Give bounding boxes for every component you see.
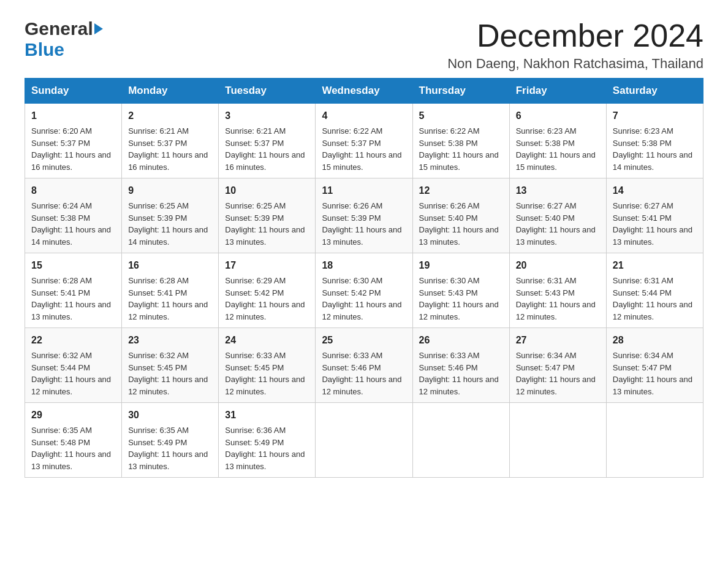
daylight-label: Daylight: 11 hours and 16 minutes. [31,150,111,172]
calendar-cell: 4 Sunrise: 6:22 AM Sunset: 5:37 PM Dayli… [316,104,412,178]
day-number: 12 [419,183,503,198]
daylight-label: Daylight: 11 hours and 16 minutes. [225,150,305,172]
calendar-cell: 19 Sunrise: 6:30 AM Sunset: 5:43 PM Dayl… [412,253,509,328]
sunset-label: Sunset: 5:46 PM [419,363,478,372]
day-number: 19 [419,258,503,273]
calendar-week-row: 15 Sunrise: 6:28 AM Sunset: 5:41 PM Dayl… [25,253,703,328]
page-header: General Blue December 2024 Non Daeng, Na… [25,18,703,72]
calendar-cell: 8 Sunrise: 6:24 AM Sunset: 5:38 PM Dayli… [25,178,122,253]
sunrise-label: Sunrise: 6:23 AM [613,126,673,136]
day-number: 11 [322,183,406,198]
daylight-label: Daylight: 11 hours and 15 minutes. [322,150,401,172]
daylight-label: Daylight: 11 hours and 13 minutes. [225,450,305,471]
daylight-label: Daylight: 11 hours and 14 minutes. [31,225,111,247]
calendar-cell: 1 Sunrise: 6:20 AM Sunset: 5:37 PM Dayli… [25,104,122,178]
daylight-label: Daylight: 11 hours and 13 minutes. [613,225,692,247]
day-number: 26 [419,333,503,348]
calendar-cell: 10 Sunrise: 6:25 AM Sunset: 5:39 PM Dayl… [219,178,316,253]
calendar-cell: 20 Sunrise: 6:31 AM Sunset: 5:43 PM Dayl… [509,253,606,328]
month-title: December 2024 [447,18,703,53]
sunset-label: Sunset: 5:37 PM [322,139,381,148]
day-number: 14 [613,183,697,198]
sunrise-label: Sunrise: 6:23 AM [516,126,577,136]
sunset-label: Sunset: 5:39 PM [225,213,284,223]
calendar-cell: 3 Sunrise: 6:21 AM Sunset: 5:37 PM Dayli… [219,104,316,178]
sunset-label: Sunset: 5:38 PM [613,139,672,148]
day-number: 6 [516,109,600,123]
sunset-label: Sunset: 5:49 PM [225,438,284,447]
day-number: 24 [225,333,309,348]
calendar-table: SundayMondayTuesdayWednesdayThursdayFrid… [25,78,703,478]
weekday-header-monday: Monday [122,79,219,104]
sunset-label: Sunset: 5:37 PM [225,139,284,148]
day-number: 27 [516,333,600,348]
sunrise-label: Sunrise: 6:22 AM [419,126,480,136]
day-number: 5 [419,109,503,123]
daylight-label: Daylight: 11 hours and 12 minutes. [516,300,596,321]
daylight-label: Daylight: 11 hours and 13 minutes. [225,225,305,247]
calendar-cell [412,403,509,478]
day-number: 7 [613,109,697,123]
calendar-cell: 23 Sunrise: 6:32 AM Sunset: 5:45 PM Dayl… [122,328,219,403]
day-number: 30 [128,408,212,423]
daylight-label: Daylight: 11 hours and 13 minutes. [613,375,692,396]
daylight-label: Daylight: 11 hours and 13 minutes. [128,450,208,471]
sunrise-label: Sunrise: 6:35 AM [31,426,92,435]
day-number: 16 [128,258,212,273]
calendar-cell: 16 Sunrise: 6:28 AM Sunset: 5:41 PM Dayl… [122,253,219,328]
daylight-label: Daylight: 11 hours and 12 minutes. [128,300,208,321]
sunset-label: Sunset: 5:38 PM [419,139,478,148]
sunrise-label: Sunrise: 6:27 AM [516,201,577,210]
sunset-label: Sunset: 5:44 PM [31,363,90,372]
sunrise-label: Sunrise: 6:28 AM [31,276,92,285]
calendar-week-row: 8 Sunrise: 6:24 AM Sunset: 5:38 PM Dayli… [25,178,703,253]
calendar-cell: 9 Sunrise: 6:25 AM Sunset: 5:39 PM Dayli… [122,178,219,253]
day-number: 4 [322,109,406,123]
location-title: Non Daeng, Nakhon Ratchasima, Thailand [447,56,703,72]
daylight-label: Daylight: 11 hours and 15 minutes. [516,150,596,172]
day-number: 18 [322,258,406,273]
day-number: 10 [225,183,309,198]
sunrise-label: Sunrise: 6:26 AM [322,201,382,210]
weekday-header-sunday: Sunday [25,79,122,104]
sunset-label: Sunset: 5:38 PM [31,213,90,223]
sunrise-label: Sunrise: 6:33 AM [322,351,382,360]
calendar-cell: 27 Sunrise: 6:34 AM Sunset: 5:47 PM Dayl… [509,328,606,403]
sunset-label: Sunset: 5:49 PM [128,438,187,447]
daylight-label: Daylight: 11 hours and 13 minutes. [31,450,111,471]
calendar-cell: 13 Sunrise: 6:27 AM Sunset: 5:40 PM Dayl… [509,178,606,253]
daylight-label: Daylight: 11 hours and 12 minutes. [419,300,499,321]
day-number: 29 [31,408,115,423]
day-number: 3 [225,109,309,123]
calendar-cell: 18 Sunrise: 6:30 AM Sunset: 5:42 PM Dayl… [316,253,412,328]
calendar-cell [606,403,703,478]
sunset-label: Sunset: 5:39 PM [128,213,187,223]
sunset-label: Sunset: 5:38 PM [516,139,575,148]
sunrise-label: Sunrise: 6:32 AM [128,351,189,360]
daylight-label: Daylight: 11 hours and 14 minutes. [613,150,692,172]
logo-general-text: General [25,18,93,39]
sunset-label: Sunset: 5:37 PM [128,139,187,148]
calendar-cell: 7 Sunrise: 6:23 AM Sunset: 5:38 PM Dayli… [606,104,703,178]
calendar-cell: 29 Sunrise: 6:35 AM Sunset: 5:48 PM Dayl… [25,403,122,478]
sunrise-label: Sunrise: 6:24 AM [31,201,92,210]
sunset-label: Sunset: 5:44 PM [613,288,672,297]
sunset-label: Sunset: 5:41 PM [31,288,90,297]
daylight-label: Daylight: 11 hours and 13 minutes. [322,225,401,247]
sunrise-label: Sunrise: 6:21 AM [225,126,286,136]
calendar-cell: 15 Sunrise: 6:28 AM Sunset: 5:41 PM Dayl… [25,253,122,328]
sunrise-label: Sunrise: 6:22 AM [322,126,382,136]
daylight-label: Daylight: 11 hours and 14 minutes. [128,225,208,247]
calendar-cell: 12 Sunrise: 6:26 AM Sunset: 5:40 PM Dayl… [412,178,509,253]
calendar-cell: 5 Sunrise: 6:22 AM Sunset: 5:38 PM Dayli… [412,104,509,178]
day-number: 15 [31,258,115,273]
weekday-header-friday: Friday [509,79,606,104]
daylight-label: Daylight: 11 hours and 12 minutes. [31,375,111,396]
sunrise-label: Sunrise: 6:29 AM [225,276,286,285]
sunrise-label: Sunrise: 6:33 AM [225,351,286,360]
calendar-cell: 14 Sunrise: 6:27 AM Sunset: 5:41 PM Dayl… [606,178,703,253]
calendar-cell: 22 Sunrise: 6:32 AM Sunset: 5:44 PM Dayl… [25,328,122,403]
weekday-header-saturday: Saturday [606,79,703,104]
daylight-label: Daylight: 11 hours and 12 minutes. [225,300,305,321]
day-number: 1 [31,109,115,123]
